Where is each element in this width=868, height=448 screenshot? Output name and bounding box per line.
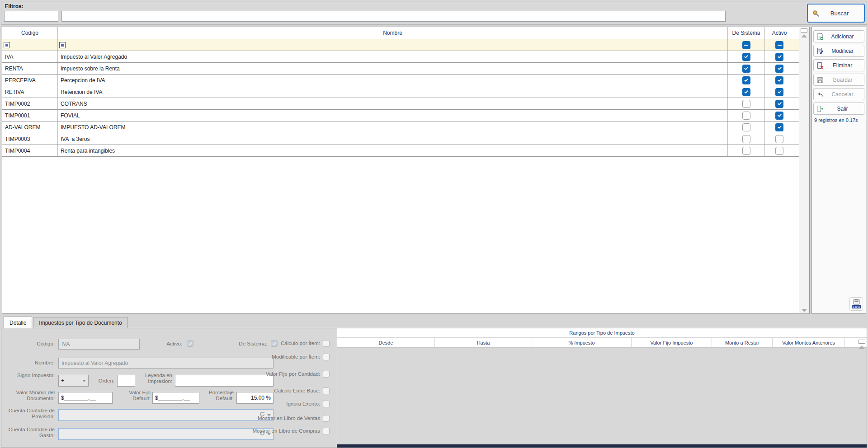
de-sistema-checkbox[interactable]: [742, 147, 750, 155]
rangos-column-header[interactable]: Monto a Restar: [712, 338, 773, 347]
codigo-label: Codigo:: [6, 341, 55, 347]
codigo-field: IVA: [58, 339, 140, 350]
filters-label: Filtros:: [5, 3, 24, 9]
undo-icon: [816, 91, 824, 98]
adicionar-button[interactable]: Adicionar: [813, 30, 864, 42]
checkbox-icon[interactable]: [323, 428, 330, 434]
activo-checkbox[interactable]: [775, 53, 783, 61]
table-row[interactable]: AD-VALOREMIMPUESTO AD-VALOREM: [2, 121, 809, 133]
activo-checkbox[interactable]: [775, 100, 783, 108]
column-header-nombre[interactable]: Nombre: [58, 27, 728, 39]
detail-check-item: Modificable por Ítem:: [250, 354, 330, 360]
modificar-button[interactable]: Modificar: [813, 45, 864, 57]
activo-checkbox[interactable]: [775, 76, 783, 84]
checkbox-icon[interactable]: [323, 340, 330, 347]
tab-detalle[interactable]: Detalle: [4, 317, 32, 328]
activo-checkbox[interactable]: [775, 65, 783, 73]
cuenta-gasto-lookup[interactable]: [58, 428, 274, 440]
leyenda-label: Leyenda en Impresion:: [137, 373, 172, 384]
cell-activo: [765, 121, 794, 133]
salir-button[interactable]: Salir: [813, 103, 864, 115]
eliminar-button[interactable]: Eliminar: [813, 59, 864, 71]
cuenta-gasto-label: Cuenta Contable de Gasto:: [3, 427, 55, 439]
de-sistema-checkbox[interactable]: [742, 88, 750, 96]
de-sistema-checkbox[interactable]: [742, 123, 750, 131]
activo-label: Activo:: [137, 341, 182, 347]
activo-filter-checkbox[interactable]: [775, 41, 783, 49]
rangos-column-header[interactable]: Desde: [337, 338, 435, 347]
cuenta-provision-lookup[interactable]: [58, 409, 274, 421]
de-sistema-checkbox[interactable]: [742, 53, 750, 61]
bottom-strip: [337, 444, 867, 448]
table-row[interactable]: TIMP0004Renta para intangibles: [2, 145, 809, 157]
cell-codigo: TIMP0002: [2, 98, 58, 109]
cell-codigo: PERCEPIVA: [2, 75, 58, 86]
cell-codigo: TIMP0001: [2, 110, 58, 121]
orden-label: Orden:: [91, 378, 114, 384]
filter-bar: Filtros: Buscar: [1, 1, 867, 25]
grid-filter-row: [2, 39, 809, 51]
rangos-column-header[interactable]: % Impuesto: [532, 338, 632, 347]
de-sistema-checkbox[interactable]: [742, 135, 750, 143]
table-row[interactable]: TIMP0001FOVIAL: [2, 110, 809, 121]
rangos-column-header[interactable]: Valor Fijo Impuesto: [632, 338, 712, 347]
cell-activo: [765, 86, 794, 98]
chevron-down-icon: [82, 380, 86, 382]
scroll-up-icon[interactable]: [859, 345, 864, 349]
rangos-column-header[interactable]: Valor Montos Anteriores: [773, 338, 845, 347]
grid-vertical-scrollbar[interactable]: [799, 28, 809, 313]
buscar-button[interactable]: Buscar: [807, 4, 865, 23]
valor-fijo-field[interactable]: $________.__: [152, 392, 199, 404]
filter-nombre-input[interactable]: [61, 11, 726, 22]
activo-checkbox[interactable]: [775, 135, 783, 143]
tab-impuestos-por-tipo-de-documento[interactable]: Impuestos por Tipo de Documento: [33, 317, 127, 328]
activo-checkbox: [187, 340, 193, 347]
de-sistema-checkbox[interactable]: [742, 112, 750, 120]
cell-de-sistema: [728, 51, 765, 62]
activo-checkbox[interactable]: [775, 88, 783, 96]
filter-codigo-input[interactable]: [4, 11, 58, 22]
scroll-down-icon[interactable]: [802, 309, 807, 312]
rangos-column-header[interactable]: Hasta: [435, 338, 532, 347]
activo-checkbox[interactable]: [775, 123, 783, 131]
detail-check-item: Calculo Entre Base:: [250, 387, 330, 394]
checkbox-icon[interactable]: [323, 354, 330, 360]
checkbox-icon[interactable]: [323, 415, 330, 422]
cell-nombre: Percepcion de IVA: [58, 75, 728, 86]
exit-icon: [816, 105, 824, 112]
valor-minimo-field[interactable]: $________.__: [58, 392, 113, 404]
log-button[interactable]: LOG: [849, 297, 863, 311]
detail-check-item: Cálculo por Ítem:: [250, 340, 330, 347]
orden-field[interactable]: [117, 375, 135, 387]
column-header-codigo[interactable]: Codigo: [2, 27, 58, 39]
codigo-filter-icon[interactable]: [4, 42, 10, 48]
checkbox-icon[interactable]: [323, 371, 330, 378]
checkbox-icon[interactable]: [323, 387, 330, 394]
activo-checkbox[interactable]: [775, 147, 783, 155]
table-row[interactable]: IVAImpuesto al Valor Agregado: [2, 51, 809, 63]
detalle-tab-content: Codigo: IVA Activo: De Sistema: Nombre: …: [1, 328, 867, 448]
nombre-filter-icon[interactable]: [59, 42, 66, 48]
column-header-de-sistema[interactable]: De Sistema: [728, 27, 765, 39]
rangos-scrollbar[interactable]: [858, 340, 866, 349]
table-row[interactable]: TIMP0003IVA a 3eros: [2, 133, 809, 145]
checkbox-icon[interactable]: [323, 401, 330, 407]
activo-checkbox[interactable]: [775, 112, 783, 120]
records-status-text: 9 registros en 0.17s: [813, 117, 864, 123]
de-sistema-checkbox[interactable]: [742, 100, 750, 108]
cell-activo: [765, 98, 794, 109]
scroll-up-icon[interactable]: [802, 34, 807, 37]
table-row[interactable]: TIMP0002COTRANS: [2, 98, 809, 110]
valor-fijo-label: Valor Fijo Default:: [115, 390, 151, 401]
cell-de-sistema: [728, 145, 765, 156]
table-row[interactable]: PERCEPIVAPercepcion de IVA: [2, 75, 809, 86]
de-sistema-checkbox[interactable]: [742, 65, 750, 73]
de-sistema-filter-checkbox[interactable]: [742, 41, 750, 49]
cell-nombre: Retencion de IVA: [58, 86, 728, 98]
cell-activo: [765, 145, 794, 156]
cell-de-sistema: [728, 98, 765, 109]
table-row[interactable]: RETIVARetencion de IVA: [2, 86, 809, 98]
column-header-activo[interactable]: Activo: [765, 27, 794, 39]
table-row[interactable]: RENTAImpuesto sobre la Renta: [2, 63, 809, 75]
de-sistema-checkbox[interactable]: [742, 76, 750, 84]
